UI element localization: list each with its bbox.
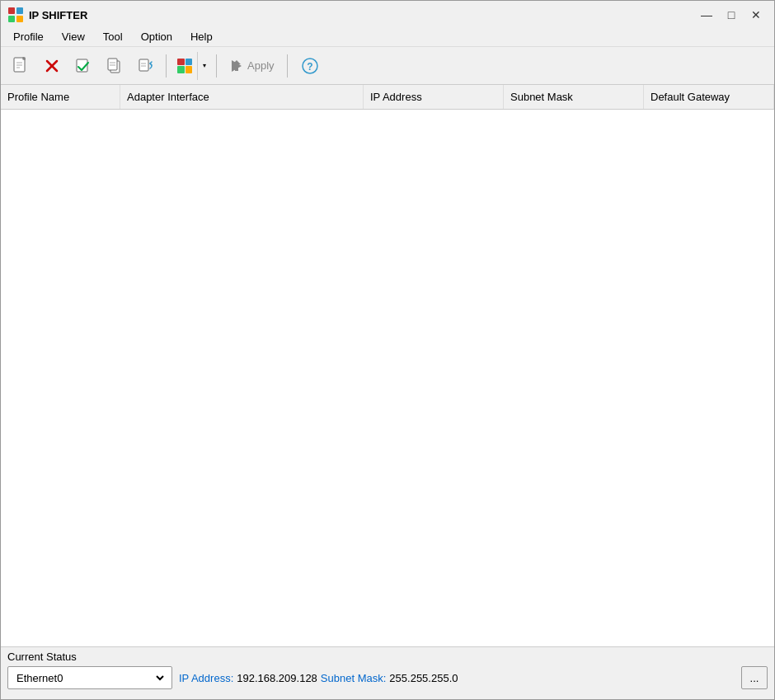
view-dropdown-arrow[interactable]: ▾ xyxy=(197,52,210,80)
svg-rect-3 xyxy=(16,16,23,22)
subnet-label: Subnet Mask: xyxy=(321,672,387,684)
menu-tool[interactable]: Tool xyxy=(94,28,132,45)
svg-rect-17 xyxy=(139,59,148,71)
ip-value: 192.168.209.128 xyxy=(237,672,317,684)
svg-rect-2 xyxy=(8,16,15,22)
svg-rect-6 xyxy=(23,58,25,59)
ip-label: IP Address: xyxy=(179,672,233,684)
copy-button[interactable] xyxy=(100,52,129,80)
title-bar-left: IP SHIFTER xyxy=(7,7,87,23)
minimize-button[interactable]: — xyxy=(695,6,718,24)
adapter-select[interactable]: Ethernet0 Ethernet1 Wi-Fi xyxy=(13,671,167,685)
import-button[interactable] xyxy=(131,52,161,80)
toolbar-separator-2 xyxy=(216,54,217,78)
view-mode-button[interactable]: ▾ xyxy=(171,52,211,80)
menu-view[interactable]: View xyxy=(53,28,94,45)
col-header-adapter: Adapter Interface xyxy=(120,85,364,109)
status-row: Ethernet0 Ethernet1 Wi-Fi IP Address: 19… xyxy=(7,666,768,689)
col-header-ip: IP Address xyxy=(364,85,504,109)
apply-label: Apply xyxy=(247,59,275,72)
menu-option[interactable]: Option xyxy=(132,28,181,45)
toolbar-separator-3 xyxy=(287,54,288,78)
apply-button[interactable]: Apply xyxy=(222,52,282,80)
col-header-gateway: Default Gateway xyxy=(644,85,774,109)
col-header-subnet: Subnet Mask xyxy=(504,85,644,109)
edit-button[interactable] xyxy=(68,52,98,80)
status-info: IP Address: 192.168.209.128 Subnet Mask:… xyxy=(179,672,735,684)
status-more-button[interactable]: ... xyxy=(741,666,768,689)
title-bar: IP SHIFTER — □ ✕ xyxy=(1,1,774,27)
col-header-profile: Profile Name xyxy=(1,85,120,109)
close-button[interactable]: ✕ xyxy=(744,6,768,24)
adapter-dropdown[interactable]: Ethernet0 Ethernet1 Wi-Fi xyxy=(7,666,172,689)
maximize-button[interactable]: □ xyxy=(720,6,743,24)
toolbar: ▾ Apply ? xyxy=(1,47,774,85)
svg-rect-0 xyxy=(8,7,15,14)
menu-profile[interactable]: Profile xyxy=(4,28,53,45)
app-title: IP SHIFTER xyxy=(29,9,87,21)
subnet-value: 255.255.255.0 xyxy=(389,672,458,684)
svg-rect-14 xyxy=(108,59,117,70)
title-bar-controls: — □ ✕ xyxy=(695,6,768,24)
help-button[interactable]: ? xyxy=(296,52,324,80)
menu-bar: Profile View Tool Option Help xyxy=(1,27,774,47)
menu-help[interactable]: Help xyxy=(181,28,222,45)
table-area xyxy=(1,110,774,646)
svg-text:?: ? xyxy=(307,61,312,73)
status-label: Current Status xyxy=(7,651,768,663)
app-icon xyxy=(7,7,24,23)
table-header: Profile Name Adapter Interface IP Addres… xyxy=(1,85,774,110)
svg-rect-1 xyxy=(16,7,23,14)
status-bar: Current Status Ethernet0 Ethernet1 Wi-Fi… xyxy=(1,646,774,699)
new-button[interactable] xyxy=(6,52,35,80)
toolbar-separator-1 xyxy=(166,54,167,78)
delete-button[interactable] xyxy=(37,52,67,80)
grid-view-icon xyxy=(172,52,197,80)
main-window: IP SHIFTER — □ ✕ Profile View Tool Optio… xyxy=(0,0,775,700)
